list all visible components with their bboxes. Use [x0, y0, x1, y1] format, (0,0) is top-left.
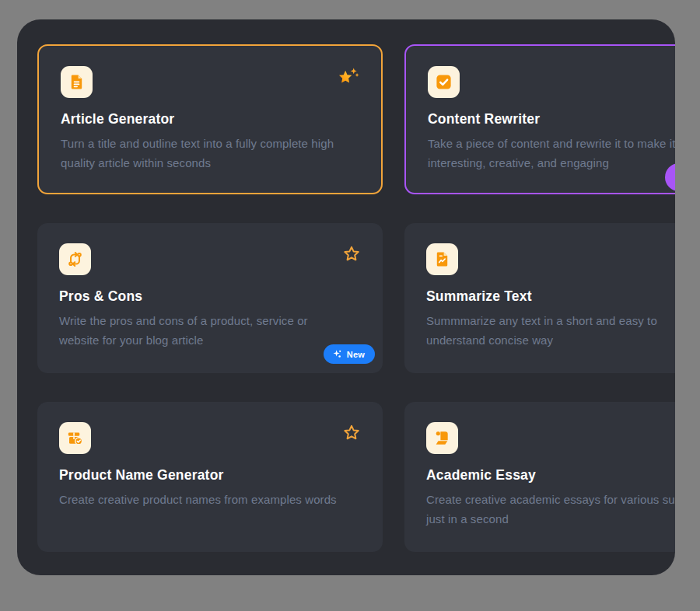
favorite-star-filled-icon[interactable] — [337, 67, 359, 86]
card-title: Summarize Text — [426, 288, 675, 304]
card-description: Turn a title and outline text into a ful… — [61, 134, 345, 173]
summary-document-icon — [426, 243, 458, 275]
card-header — [61, 66, 359, 98]
card-description: Take a piece of content and rewrite it t… — [428, 134, 675, 173]
card-product-name-generator[interactable]: Product Name Generator Create creative p… — [37, 402, 383, 552]
card-header — [426, 243, 675, 275]
card-header — [428, 66, 675, 98]
card-description: Create creative academic essays for vari… — [426, 490, 675, 529]
checkbox-icon — [428, 66, 460, 98]
favorite-star-outline-icon[interactable] — [342, 244, 361, 263]
card-header — [59, 422, 361, 454]
card-header — [59, 243, 361, 275]
scroll-icon — [426, 422, 458, 454]
new-badge-label: New — [347, 350, 365, 359]
card-description: Summmarize any text in a short and easy … — [426, 311, 675, 350]
tools-panel: Article Generator Turn a title and outli… — [17, 19, 675, 575]
card-academic-essay[interactable]: Academic Essay Create creative academic … — [404, 402, 675, 552]
card-summarize-text[interactable]: Summarize Text Summmarize any text in a … — [404, 223, 675, 373]
product-box-icon — [59, 422, 91, 454]
card-title: Academic Essay — [426, 467, 675, 483]
tool-card-grid: Article Generator Turn a title and outli… — [37, 44, 675, 552]
new-badge[interactable]: New — [324, 344, 375, 364]
swap-arrows-icon — [59, 243, 91, 275]
article-document-icon — [61, 66, 93, 98]
card-header — [426, 422, 675, 454]
card-description: Create creative product names from examp… — [59, 490, 343, 509]
card-title: Article Generator — [61, 111, 359, 127]
favorite-star-outline-icon[interactable] — [342, 423, 361, 442]
card-title: Pros & Cons — [59, 288, 361, 304]
card-content-rewriter[interactable]: Content Rewriter Take a piece of content… — [404, 44, 675, 194]
card-title: Product Name Generator — [59, 467, 361, 483]
sparkle-icon — [332, 349, 342, 359]
card-description: Write the pros and cons of a product, se… — [59, 311, 343, 350]
card-article-generator[interactable]: Article Generator Turn a title and outli… — [37, 44, 383, 194]
card-pros-cons[interactable]: Pros & Cons Write the pros and cons of a… — [37, 223, 383, 373]
card-title: Content Rewriter — [428, 111, 675, 127]
